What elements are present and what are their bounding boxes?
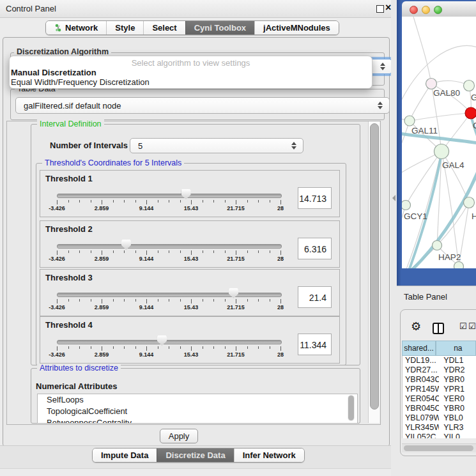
network-node-c[interactable] (465, 107, 476, 119)
tab-label: Discretize Data (165, 450, 225, 460)
slider-tick (124, 346, 125, 349)
cell-shared-name: YDR27... (403, 365, 439, 375)
slider-tick (258, 200, 259, 203)
split-columns-icon[interactable] (433, 323, 444, 334)
table-row[interactable]: YBR043CYBR0 (403, 375, 476, 385)
table-row[interactable]: YLR345WYLR3 (403, 423, 476, 433)
slider-tick (124, 250, 125, 253)
slider-tick (102, 200, 102, 204)
network-node-h[interactable] (464, 197, 475, 208)
tab-infer-network[interactable]: Infer Network (234, 449, 304, 462)
threshold-value-field[interactable]: 21.4 (298, 286, 332, 308)
column-header-1[interactable]: na (436, 341, 476, 356)
threshold-value-field[interactable]: 14.713 (298, 187, 332, 209)
top-tab-bar: NetworkStyleSelectCyni ToolboxjActiveMNo… (45, 20, 339, 35)
attribute-item-betweennesscentrality[interactable]: BetweennessCentrality (38, 417, 357, 424)
network-canvas[interactable]: GAL80G.CGAL11GAL4GCY1HHAP2 (402, 17, 476, 268)
float-window-icon[interactable] (376, 5, 384, 13)
algorithm-group-title: Discretization Algorithm (14, 47, 111, 56)
slider-track[interactable] (57, 340, 282, 344)
table-row[interactable]: YIL052CYIL0 (403, 433, 476, 438)
network-node-label: GAL11 (411, 126, 438, 135)
slider-track[interactable] (57, 194, 282, 198)
tab-discretize-data[interactable]: Discretize Data (157, 449, 233, 462)
algorithm-option-manual-discretization[interactable]: Manual Discretization (11, 68, 96, 77)
apply-button[interactable]: Apply (160, 429, 198, 443)
network-node-gal4[interactable] (434, 144, 449, 159)
checkbox-icon[interactable]: ☑ (459, 321, 467, 331)
column-header-0[interactable]: shared... (402, 341, 436, 356)
combo-arrows-icon (380, 63, 386, 70)
slider-tick (247, 299, 248, 302)
threshold-label: Threshold 2 (45, 224, 93, 234)
network-node[interactable] (454, 262, 464, 269)
slider-tick (236, 299, 236, 303)
network-node-label: HAP2 (438, 252, 461, 262)
slider-tick (280, 250, 281, 255)
numerical-attributes-list[interactable]: SelfLoopsTopologicalCoefficientBetweenne… (37, 394, 358, 424)
tab-select[interactable]: Select (143, 21, 185, 35)
attribute-item-topologicalcoefficient[interactable]: TopologicalCoefficient (38, 406, 357, 417)
slider-tick-label: 28 (266, 351, 295, 358)
network-node-hap2[interactable] (433, 241, 442, 250)
slider-tick (180, 200, 181, 203)
threshold-value-field[interactable]: 6.316 (298, 238, 332, 259)
zoom-traffic-icon[interactable] (434, 6, 442, 14)
slider-tick (113, 250, 114, 253)
tab-impute-data[interactable]: Impute Data (93, 449, 157, 462)
table-row[interactable]: YBR045CYBR0 (403, 404, 476, 413)
slider-tick (225, 200, 226, 203)
num-intervals-value: 5 (138, 141, 142, 151)
network-node-label: GAL80 (433, 88, 460, 98)
slider-tick-label: -3.426 (43, 256, 71, 262)
checkbox-icon[interactable]: ☑ (468, 321, 476, 331)
slider-track[interactable] (57, 293, 282, 297)
slider-tick (270, 250, 270, 253)
num-intervals-combo[interactable]: 5 (130, 138, 303, 153)
table-row[interactable]: YBL079WYBL0 (403, 413, 476, 423)
slider-tick (203, 200, 203, 203)
attributes-scrollbar[interactable] (348, 395, 355, 421)
tab-style[interactable]: Style (106, 21, 143, 35)
attribute-item-selfloops[interactable]: SelfLoops (38, 394, 357, 406)
network-node-gcy1[interactable] (402, 201, 411, 210)
panel-divider-grip[interactable] (392, 195, 395, 201)
numerical-attributes-label: Numerical Attributes (36, 381, 117, 391)
table-row[interactable]: YDL19...YDL1 (403, 356, 476, 365)
slider-tick (258, 250, 259, 253)
slider-tick-label: 28 (266, 304, 295, 311)
slider-track[interactable] (57, 244, 282, 249)
threshold-value-field[interactable]: 11.344 (298, 334, 332, 355)
tab-network[interactable]: Network (46, 21, 106, 35)
close-icon[interactable]: × (385, 2, 391, 13)
algorithm-dropdown-popup: Select algorithm to view settings Manual… (9, 56, 372, 89)
tab-label: Style (115, 23, 135, 33)
table-row[interactable]: YPR145WYPR1 (403, 385, 476, 394)
slider-tick-label: 2.859 (88, 205, 116, 211)
slider-tick (280, 200, 281, 204)
network-node-gal80[interactable] (426, 79, 437, 89)
horizontal-scrollbar-thumb[interactable] (404, 445, 473, 451)
tab-label: Network (65, 23, 98, 33)
threshold-panel-2: Threshold 2-3.4262.8599.14415.4321.71528… (40, 220, 340, 268)
algorithm-option-equal-width-frequency-discretization[interactable]: Equal Width/Frequency Discretization (11, 77, 150, 87)
minimize-traffic-icon[interactable] (422, 6, 430, 14)
tab-cyni-toolbox[interactable]: Cyni Toolbox (185, 21, 254, 35)
slider-tick (57, 346, 58, 351)
gear-icon[interactable]: ⚙ (411, 319, 421, 334)
table-row[interactable]: YER054CYER0 (403, 394, 476, 404)
close-traffic-icon[interactable] (410, 6, 418, 14)
table-data-combo[interactable]: galFiltered.sif default node (15, 97, 390, 114)
network-node-g-[interactable] (464, 81, 475, 91)
horizontal-scrollbar[interactable] (402, 443, 476, 452)
vertical-scrollbar-thumb[interactable] (370, 123, 379, 410)
network-node-gal11[interactable] (404, 116, 415, 126)
network-window-titlebar[interactable] (402, 1, 476, 17)
network-graph: GAL80G.CGAL11GAL4GCY1HHAP2 (402, 17, 476, 268)
table-row[interactable]: YDR27...YDR2 (403, 365, 476, 375)
cell-name: YDR2 (439, 365, 476, 375)
cell-name: YDL1 (439, 356, 476, 365)
slider-tick (79, 346, 80, 349)
slider-tick (236, 200, 236, 204)
tab-jactivemnodules[interactable]: jActiveMNodules (254, 21, 339, 35)
